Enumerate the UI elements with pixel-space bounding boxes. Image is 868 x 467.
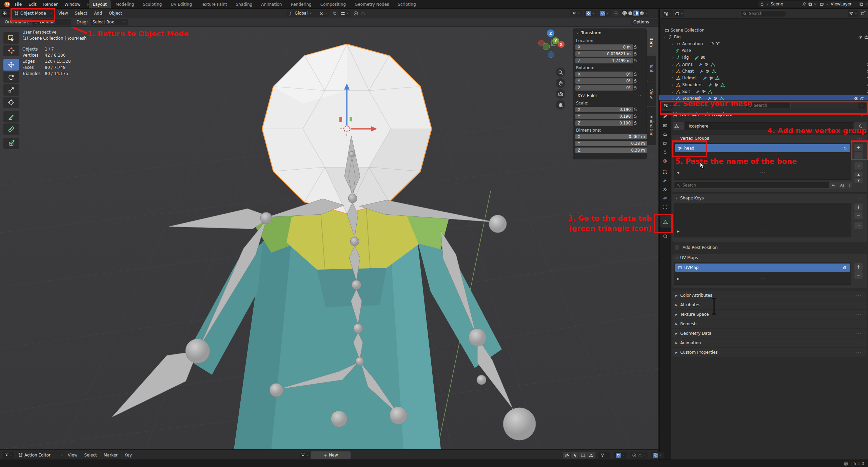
lock-icon[interactable] (633, 58, 637, 63)
uv-maps-list[interactable]: UVMap ▶ ···· (674, 262, 851, 285)
shape-key-add-button[interactable]: + (854, 203, 863, 211)
outliner-row-helmet[interactable]: Helmet (659, 75, 868, 81)
dimensions-z-field[interactable]: Z0.38 m (575, 148, 647, 153)
panel-texture-space[interactable]: ▶Texture Space···· (672, 310, 867, 319)
expand-icon[interactable] (671, 63, 674, 66)
proportional-edit-icon[interactable] (353, 11, 358, 16)
dopesheet-menu-view[interactable]: View (64, 450, 81, 460)
tool-cursor[interactable] (3, 45, 19, 56)
shading-material-icon[interactable] (633, 11, 639, 16)
props-tab-view-layer[interactable] (660, 139, 670, 148)
filter-toggle-icon[interactable]: ▶ (677, 277, 679, 280)
list-grip[interactable]: ···· (758, 276, 766, 280)
menu-edit[interactable]: Edit (25, 0, 40, 8)
shape-key-remove-button[interactable]: − (854, 212, 863, 219)
outliner-row-rig-data[interactable]: Rig 80 (659, 54, 868, 61)
tool-measure[interactable] (3, 123, 19, 135)
expand-icon[interactable] (671, 56, 674, 59)
workspace-tab-scripting[interactable]: Scripting (394, 0, 420, 8)
props-tab-data[interactable] (660, 216, 671, 228)
filter-invert-button[interactable]: ↔ (829, 182, 837, 189)
vertex-group-remove-button[interactable]: − (854, 152, 863, 159)
close-scene-icon[interactable]: ✕ (814, 2, 817, 6)
tool-transform[interactable] (3, 97, 19, 108)
dopesheet-menu-select[interactable]: Select (81, 450, 100, 460)
panel-grip[interactable]: ···· (856, 332, 863, 335)
panel-color-attributes[interactable]: ▶Color Attributes···· (672, 291, 867, 300)
workspace-tab-compositing[interactable]: Compositing (316, 0, 350, 8)
dimensions-x-field[interactable]: X0.362 m (575, 134, 647, 139)
props-tab-modifiers[interactable] (660, 176, 670, 185)
sort-alpha-button[interactable]: Az (838, 182, 846, 189)
panel-collapse-icon[interactable] (675, 197, 678, 200)
new-viewlayer-icon[interactable] (859, 2, 864, 6)
workspace-tab-rendering[interactable]: Rendering (287, 0, 315, 8)
orientation-dropdown[interactable]: Default (32, 19, 71, 25)
location-z-field[interactable]: Z1.7499 m (575, 58, 633, 63)
gizmos-toggle[interactable] (584, 10, 597, 17)
vertex-group-move-up-button[interactable]: ▲ (854, 172, 863, 177)
outliner-display-mode-button[interactable] (663, 10, 673, 17)
expand-icon[interactable] (663, 36, 666, 39)
expand-icon[interactable] (671, 77, 674, 80)
pin-icon[interactable] (861, 112, 865, 117)
expand-icon[interactable] (671, 83, 674, 86)
workspace-tab-shading[interactable]: Shading (232, 0, 256, 8)
sidebar-tab-view[interactable]: View (647, 81, 656, 106)
tool-annotate[interactable] (3, 111, 19, 122)
dopesheet-menu-marker[interactable]: Marker (100, 450, 121, 460)
lock-icon[interactable] (633, 72, 637, 76)
eye-icon[interactable] (866, 83, 868, 87)
lock-icon[interactable] (633, 85, 637, 90)
close-viewlayer-icon[interactable]: ✕ (865, 2, 868, 6)
viewport-menu-view[interactable]: View (55, 9, 71, 18)
viewlayer-selector[interactable]: ViewLayer ✕ (818, 1, 868, 7)
properties-options-button[interactable] (859, 102, 866, 109)
uv-map-row[interactable]: UVMap (675, 264, 850, 272)
panel-grip[interactable]: ···· (856, 322, 863, 326)
panel-grip[interactable]: ···· (856, 351, 863, 354)
tool-move[interactable] (3, 59, 19, 71)
outliner-row-suit[interactable]: Suit (659, 88, 868, 95)
tool-rotate[interactable] (3, 72, 19, 83)
zoom-button[interactable] (556, 67, 565, 77)
overlay-toggle-button[interactable] (651, 452, 664, 459)
filter-button[interactable] (598, 452, 610, 459)
panel-geometry-data[interactable]: ▶Geometry Data···· (672, 329, 867, 338)
vertex-group-add-button[interactable]: + (854, 144, 863, 151)
menu-window[interactable]: Window (61, 0, 84, 8)
viewport-menu-object[interactable]: Object (105, 9, 125, 18)
location-x-field[interactable]: X0 m (575, 44, 633, 50)
panel-collapse-icon[interactable] (675, 137, 678, 140)
falloff-curve-icon[interactable] (360, 11, 365, 16)
outliner-row-animation[interactable]: Animation (659, 40, 868, 47)
panel-grip[interactable]: ···· (856, 303, 863, 307)
list-grip[interactable]: ···· (758, 171, 766, 174)
sort-reverse-button[interactable]: ↓ (847, 182, 852, 189)
snap-toggle-icon[interactable] (332, 11, 337, 16)
outliner-row-arms[interactable]: Arms (659, 61, 868, 68)
mode-dropdown[interactable]: Object Mode (12, 9, 55, 17)
sidebar-tab-item[interactable]: Item (647, 30, 656, 55)
shading-rendered-icon[interactable] (639, 11, 645, 16)
transform-orientation-dropdown[interactable]: Global (287, 10, 319, 17)
action-id-icon-button[interactable] (300, 452, 310, 459)
properties-editor-type-button[interactable] (663, 102, 673, 109)
props-tab-render[interactable] (660, 121, 670, 130)
filter-toggle-icon[interactable]: ▶ (677, 230, 679, 233)
props-tab-constraints[interactable] (660, 202, 670, 211)
new-action-button[interactable]: + New (311, 451, 351, 459)
panel-grip[interactable]: ···· (856, 341, 863, 345)
uv-map-remove-button[interactable]: − (854, 271, 863, 279)
workspace-tab-texture-paint[interactable]: Texture Paint (197, 0, 231, 8)
panel-grip[interactable]: ···· (857, 137, 864, 140)
editor-type-button[interactable] (2, 10, 11, 17)
menu-file[interactable]: File (12, 0, 25, 8)
panel-attributes[interactable]: ▶Attributes···· (672, 300, 867, 309)
dimensions-y-field[interactable]: Y0.38 m (575, 141, 647, 146)
props-tab-scene[interactable] (660, 148, 670, 156)
snap-with-button[interactable] (339, 10, 351, 17)
panel-animation[interactable]: ▶Animation···· (672, 338, 867, 347)
rotation-x-field[interactable]: X0° (575, 72, 633, 77)
snap-button[interactable] (614, 452, 627, 459)
